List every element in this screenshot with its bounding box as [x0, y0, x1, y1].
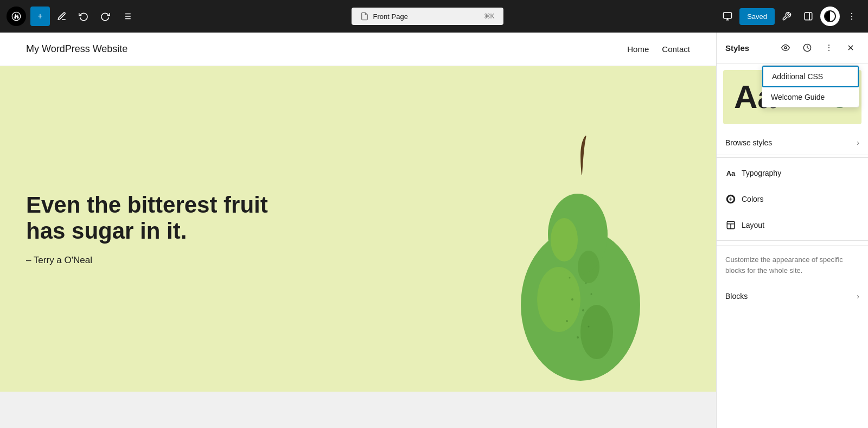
hero-attribution: – Terry a O'Neal — [26, 255, 286, 266]
more-options-icon — [825, 43, 833, 52]
tools-button[interactable] — [52, 7, 72, 26]
hero-quote: Even the bitterest fruit has sugar in it… — [26, 192, 286, 245]
undo-icon — [79, 11, 88, 21]
main-toolbar: + Front Page ⌘K Saved — [0, 0, 868, 33]
page-title-text: Front Page — [373, 12, 408, 21]
svg-point-17 — [537, 267, 580, 332]
site-header: My WordPress Website Home Contact — [0, 33, 716, 66]
colors-svg-icon — [726, 194, 736, 204]
svg-point-26 — [569, 277, 571, 279]
main-layout: My WordPress Website Home Contact Even t… — [0, 33, 868, 428]
history-icon — [803, 43, 812, 52]
contrast-button[interactable] — [820, 7, 840, 26]
history-button[interactable] — [799, 39, 816, 56]
wp-logo[interactable] — [7, 7, 26, 26]
svg-point-12 — [851, 16, 852, 17]
eye-icon — [781, 43, 790, 52]
svg-rect-6 — [724, 12, 732, 18]
pen-icon — [57, 11, 67, 21]
svg-point-20 — [571, 298, 573, 301]
svg-point-18 — [580, 305, 613, 359]
svg-point-31 — [828, 47, 829, 48]
typography-icon: Aa — [725, 168, 736, 178]
sidebar-toggle-button[interactable] — [799, 7, 818, 26]
svg-point-32 — [828, 50, 829, 51]
hero-image — [477, 110, 684, 392]
close-icon — [846, 43, 855, 52]
undo-button[interactable] — [74, 7, 93, 26]
hero-section: Even the bitterest fruit has sugar in it… — [0, 66, 716, 392]
svg-point-13 — [851, 18, 852, 20]
add-block-button[interactable]: + — [30, 7, 50, 26]
additional-css-item[interactable]: Additional CSS — [762, 66, 859, 87]
dropdown-menu: Additional CSS Welcome Guide — [762, 65, 859, 107]
svg-point-27 — [585, 283, 587, 284]
svg-point-25 — [588, 326, 590, 328]
pear-illustration — [494, 131, 667, 392]
panel-icon — [803, 11, 813, 21]
monitor-icon — [723, 11, 732, 21]
layout-icon — [725, 220, 736, 231]
svg-point-28 — [784, 47, 787, 49]
svg-point-19 — [578, 251, 599, 283]
browse-styles-label: Browse styles — [725, 138, 772, 147]
divider-1 — [717, 157, 868, 158]
list-view-button[interactable] — [117, 7, 137, 26]
contrast-icon — [824, 10, 836, 22]
nav-contact[interactable]: Contact — [662, 44, 690, 54]
page-title-button[interactable]: Front Page ⌘K — [352, 8, 503, 25]
browse-styles-chevron: › — [857, 138, 859, 147]
list-icon — [122, 11, 132, 21]
sidebar-more-button[interactable] — [820, 39, 838, 56]
svg-point-22 — [591, 293, 592, 295]
blocks-row[interactable]: Blocks › — [717, 284, 868, 308]
site-navigation: Home Contact — [627, 44, 690, 54]
svg-point-23 — [566, 320, 568, 322]
site-logo: My WordPress Website — [26, 43, 127, 55]
more-vertical-icon — [847, 11, 857, 21]
welcome-guide-item[interactable]: Welcome Guide — [762, 87, 859, 107]
layout-svg-icon — [726, 220, 736, 230]
sidebar-description: Customize the appearance of specific blo… — [717, 245, 868, 284]
redo-icon — [100, 11, 110, 21]
blocks-chevron: › — [857, 292, 859, 301]
svg-point-16 — [551, 218, 578, 261]
svg-point-21 — [582, 309, 584, 311]
typography-label: Typography — [742, 169, 781, 177]
document-icon — [360, 12, 369, 21]
svg-point-24 — [577, 336, 579, 338]
divider-2 — [717, 240, 868, 241]
sidebar-title: Styles — [725, 43, 773, 53]
blocks-label: Blocks — [725, 292, 748, 301]
view-button[interactable] — [718, 7, 737, 26]
hero-text: Even the bitterest fruit has sugar in it… — [26, 192, 286, 266]
colors-label: Colors — [742, 195, 763, 203]
canvas-area: My WordPress Website Home Contact Even t… — [0, 33, 716, 428]
colors-section[interactable]: Colors — [717, 186, 868, 212]
more-options-button[interactable] — [842, 7, 861, 26]
toolbar-center: Front Page ⌘K — [139, 8, 716, 25]
layout-label: Layout — [742, 221, 764, 229]
svg-rect-9 — [805, 12, 812, 20]
wrench-icon — [782, 11, 792, 21]
svg-point-30 — [828, 44, 829, 46]
redo-button[interactable] — [95, 7, 115, 26]
sidebar-header: Styles — [717, 33, 868, 63]
close-sidebar-button[interactable] — [842, 39, 859, 56]
eye-button[interactable] — [777, 39, 794, 56]
browse-styles-row[interactable]: Browse styles › — [717, 131, 868, 155]
svg-point-11 — [851, 13, 852, 14]
nav-home[interactable]: Home — [627, 44, 649, 54]
keyboard-shortcut: ⌘K — [484, 12, 495, 20]
layout-section[interactable]: Layout — [717, 212, 868, 238]
wp-logo-icon — [11, 11, 22, 22]
tools-options-button[interactable] — [777, 7, 796, 26]
colors-icon — [725, 194, 736, 205]
saved-button[interactable]: Saved — [739, 8, 775, 25]
toolbar-right: Saved — [718, 7, 861, 26]
typography-section[interactable]: Aa Typography — [717, 160, 868, 186]
styles-sidebar: Styles Additional CSS Welcome Guide Aa — [716, 33, 868, 428]
